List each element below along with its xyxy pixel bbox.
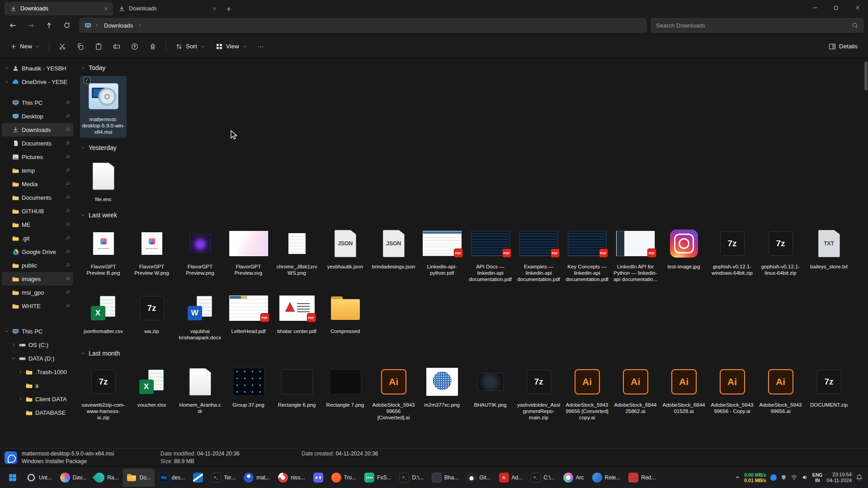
sidebar-item-client-data[interactable]: Client DATA: [2, 392, 73, 406]
file-adobestock-594399656-ai[interactable]: AiAdobeStock_594399656.ai: [757, 361, 804, 417]
sidebar-item-white[interactable]: WHITE: [2, 299, 73, 313]
file-linkedin-api-python-pdf[interactable]: PDFLinkedin-api-python.pdf: [419, 223, 465, 279]
file-homem-aranha-cdr[interactable]: Homem_Aranha.cdr: [177, 361, 223, 417]
chevron-right-icon[interactable]: [4, 80, 9, 84]
taskbar-app-red[interactable]: Red...: [625, 469, 659, 487]
hidden-icons-chevron-icon[interactable]: [735, 475, 740, 480]
taskbar-app-git[interactable]: Git...: [463, 469, 494, 487]
delete-button[interactable]: [144, 39, 162, 54]
sidebar-item-pictures[interactable]: Pictures: [2, 150, 73, 164]
new-tab-button[interactable]: [222, 3, 235, 15]
sidebar-item-google-drive[interactable]: Google Drive: [2, 245, 73, 258]
taskbar-app-ra[interactable]: Ra...: [91, 469, 122, 487]
tab-close-icon[interactable]: [101, 4, 110, 13]
sidebar-item-media[interactable]: Media: [2, 177, 73, 191]
file-letterhead-pdf[interactable]: PDFLetterHead.pdf: [225, 288, 272, 337]
copy-button[interactable]: [71, 39, 90, 54]
chevron-right-icon[interactable]: [17, 397, 23, 401]
file-document-zip[interactable]: 7zDOCUMENT.zip: [806, 361, 852, 411]
minimize-button[interactable]: [804, 0, 826, 15]
language-switcher[interactable]: ENG IN: [812, 472, 823, 483]
search-input[interactable]: [656, 22, 848, 29]
rename-button[interactable]: [108, 39, 126, 54]
taskbar-app-unt[interactable]: Unt...: [23, 469, 56, 487]
taskbar-app-ter[interactable]: >_Ter...: [208, 469, 239, 487]
breadcrumb-chevron-icon[interactable]: [94, 23, 99, 28]
back-button[interactable]: [5, 18, 21, 33]
sidebar-item-msi-gpo[interactable]: msi_gpo: [2, 286, 73, 299]
tab-close-icon[interactable]: [210, 4, 219, 13]
sidebar-item-desktop[interactable]: Desktop: [2, 109, 73, 123]
taskbar-app-discord[interactable]: [310, 469, 327, 487]
up-button[interactable]: [41, 18, 57, 33]
chevron-right-icon[interactable]: [4, 66, 9, 70]
sidebar-item-temp[interactable]: temp: [2, 164, 73, 177]
file-compressed[interactable]: Compressed: [322, 288, 368, 337]
paste-button[interactable]: [90, 39, 108, 54]
file-api-docs-linkedin-api-documentation-pdf[interactable]: PDFAPI Docs — linkedin-api documentation…: [467, 223, 514, 285]
chevron-down-icon[interactable]: [4, 329, 9, 333]
taskbar-app-arc[interactable]: Arc: [560, 469, 588, 487]
view-button[interactable]: View: [211, 39, 252, 54]
taskbar-app-tro[interactable]: Tro...: [328, 469, 360, 487]
forward-button[interactable]: [23, 18, 39, 33]
maximize-button[interactable]: [826, 0, 847, 15]
file-flavorgpt-preview-svg[interactable]: FlavorGPT Preview.svg: [225, 223, 272, 279]
sidebar-item-public[interactable]: public: [2, 258, 73, 272]
taskbar-app-des[interactable]: Psdes...: [156, 469, 189, 487]
taskbar-app-d[interactable]: >_D:\...: [396, 469, 427, 487]
file-yesbhautik-json[interactable]: JSONyesbhautik.json: [322, 223, 368, 272]
sidebar-item-os-c[interactable]: OS (C:): [2, 338, 73, 352]
file-adobestock-594399656-converted-ai[interactable]: AiAdobeStock_594399656 [Converted].ai: [370, 361, 417, 423]
file-m2m377xc-png[interactable]: m2m377xc.png: [419, 361, 465, 411]
close-button[interactable]: [847, 0, 868, 15]
sidebar-item-documents[interactable]: Documents: [2, 191, 73, 204]
taskbar-app-do[interactable]: Do...: [123, 469, 154, 487]
taskbar-app-vscode[interactable]: [189, 469, 207, 487]
file-examples-linkedin-api-documentation-pdf[interactable]: PDFExamples — linkedin-api documentation…: [515, 223, 562, 285]
file-adobestock-594399656-converted-copy-ai[interactable]: AiAdobeStock_594399656 [Converted] copy.…: [564, 361, 610, 423]
cut-button[interactable]: [53, 39, 71, 54]
selection-checkbox[interactable]: ✓: [84, 77, 90, 84]
taskbar-app-rele[interactable]: Rele...: [589, 469, 624, 487]
file-flavorgpt-preview-png[interactable]: FlavorGPT Preview.png: [177, 223, 223, 279]
file-flavorgpt-preview-b-png[interactable]: FlavorGPT Preview B.png: [80, 223, 127, 279]
sidebar-item-data-d[interactable]: DATA (D:): [2, 352, 73, 365]
sidebar-item-a[interactable]: a: [2, 379, 73, 392]
sidebar-item-git[interactable]: .git: [2, 231, 73, 245]
taskbar-app-c[interactable]: >_C:\...: [527, 469, 558, 487]
sidebar-item-this-pc[interactable]: This PC: [2, 324, 73, 338]
sidebar-item-onedrive-yese[interactable]: OneDrive - YESE: [2, 75, 73, 89]
file-test-image-jpg[interactable]: test-image.jpg: [660, 223, 707, 272]
refresh-button[interactable]: [59, 18, 75, 33]
file-flavorgpt-preview-w-png[interactable]: FlavorGPT Preview W.png: [128, 223, 175, 279]
file-adobestock-684401528-ai[interactable]: AiAdobeStock_684401528.ai: [660, 361, 707, 417]
wifi-icon[interactable]: [791, 474, 797, 481]
sidebar-item-trash-1000[interactable]: .Trash-1000: [2, 365, 73, 379]
more-options-button[interactable]: ···: [253, 39, 269, 54]
vertical-scrollbar[interactable]: [864, 58, 868, 448]
taskbar-app-ad[interactable]: AAd...: [495, 469, 527, 487]
file-baileys-store-txt[interactable]: TXTbaileys_store.txt: [806, 223, 852, 272]
tab-downloads-1[interactable]: Downloads: [5, 2, 113, 15]
sidebar-item-this-pc[interactable]: This PC: [2, 96, 73, 109]
chevron-right-icon[interactable]: [10, 343, 16, 347]
sort-button[interactable]: Sort: [170, 39, 210, 54]
group-header-today[interactable]: Today: [81, 64, 863, 71]
breadcrumb[interactable]: Downloads: [102, 21, 135, 30]
file-adobestock-684425862-ai[interactable]: AiAdobeStock_684425862.ai: [612, 361, 659, 417]
file-linkedin-api-for-python-linkedin-api-docum[interactable]: PDFLinkedIn API for Python — linkedin-ap…: [612, 223, 659, 285]
sidebar-item-database[interactable]: DATABASE: [2, 406, 73, 419]
taskbar-app-fxs[interactable]: FxS...: [361, 469, 395, 487]
file-wa-zip[interactable]: 7zwa.zip: [128, 288, 175, 337]
details-pane-button[interactable]: Details: [824, 39, 863, 54]
file-voucher-xlsx[interactable]: Xvoucher.xlsx: [128, 361, 175, 411]
file-brindadesings-json[interactable]: JSONbrindadesings.json: [370, 223, 417, 272]
chevron-down-icon[interactable]: [10, 356, 16, 361]
search-box[interactable]: [651, 18, 863, 33]
sidebar-item-bhautik-yesbh[interactable]: Bhautik - YESBH: [2, 61, 73, 75]
sidebar-item-downloads[interactable]: Downloads: [2, 123, 73, 136]
taskbar-app-bha[interactable]: Bha...: [428, 469, 462, 487]
file-rectangle-7-png[interactable]: Rectangle 7.png: [322, 361, 368, 411]
taskbar-app-dav[interactable]: Dav...: [57, 469, 90, 487]
